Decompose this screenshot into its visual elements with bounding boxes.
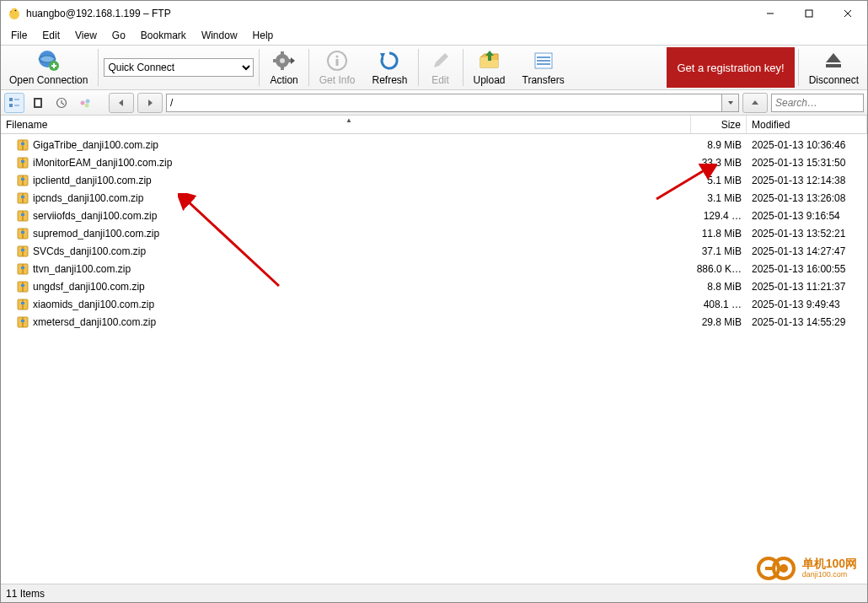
svg-rect-70 [21,320,24,322]
file-row[interactable]: supremod_danji100.com.zip11.8 MiB2025-01… [1,224,867,242]
path-input[interactable] [166,94,722,112]
svg-rect-40 [21,143,24,145]
file-row[interactable]: ttvn_danji100.com.zip886.0 K…2025-01-13 … [1,260,867,277]
file-modified: 2025-01-13 14:27:47 [747,245,867,257]
file-name: SVCds_danji100.com.zip [33,245,691,257]
upload-button[interactable]: Upload [465,46,514,89]
transfers-icon [532,49,555,73]
close-button[interactable] [828,1,867,26]
svg-rect-25 [9,104,13,107]
file-row[interactable]: iMonitorEAM_danji100.com.zip33.3 MiB2025… [1,153,867,171]
svg-rect-43 [21,160,24,163]
svg-rect-4 [806,10,812,17]
nav-up-button[interactable] [742,93,768,113]
svg-rect-52 [21,213,24,216]
watermark-logo-icon [757,555,797,582]
zip-file-icon [16,280,29,293]
path-dropdown-button[interactable] [722,94,739,112]
file-modified: 2025-01-13 13:26:08 [747,192,867,204]
file-row[interactable]: SVCds_danji100.com.zip37.1 MiB2025-01-13… [1,242,867,260]
nav-bar [1,90,867,116]
minimize-button[interactable] [751,1,790,26]
svg-rect-12 [281,51,284,56]
search-input[interactable] [775,97,868,109]
menu-go[interactable]: Go [105,28,132,43]
column-filename[interactable]: Filename ▲ [1,116,691,133]
svg-rect-49 [21,196,24,198]
window-title: huangbo@192.168.1.199 – FTP [26,8,751,19]
zip-file-icon [16,315,29,329]
edit-button[interactable]: Edit [421,46,461,89]
edit-label: Edit [431,74,449,86]
zip-file-icon [16,298,29,311]
menu-help[interactable]: Help [246,28,281,43]
nav-back-button[interactable] [109,93,134,113]
file-row[interactable]: ipclientd_danji100.com.zip5.1 MiB2025-01… [1,171,867,189]
file-name: xiaomids_danji100.com.zip [33,299,691,310]
column-size[interactable]: Size [691,116,747,133]
disconnect-button[interactable]: Disconnect [801,46,867,89]
upload-icon [478,49,501,73]
registration-key-button[interactable]: Get a registration key! [667,47,794,88]
svg-point-11 [280,58,285,63]
file-row[interactable]: serviiofds_danji100.com.zip129.4 …2025-0… [1,207,867,224]
menu-edit[interactable]: Edit [35,28,67,43]
file-row[interactable]: GigaTribe_danji100.com.zip8.9 MiB2025-01… [1,136,867,153]
file-name: iMonitorEAM_danji100.com.zip [33,157,691,169]
file-modified: 2025-01-13 15:31:50 [747,157,867,169]
view-bonjour-button[interactable] [75,93,95,113]
file-size: 37.1 MiB [691,245,747,257]
svg-rect-67 [21,302,24,304]
file-list[interactable]: GigaTribe_danji100.com.zip8.9 MiB2025-01… [1,134,867,576]
quick-connect-select[interactable]: Quick Connect [104,58,254,77]
view-bookmarks-button[interactable] [28,93,48,113]
action-label: Action [270,74,297,86]
column-header-row: Filename ▲ Size Modified [1,116,867,134]
file-name: ipcnds_danji100.com.zip [33,192,691,204]
toolbar-separator [308,49,309,86]
svg-rect-24 [9,98,13,101]
file-name: GigaTribe_danji100.com.zip [33,139,691,151]
svg-point-73 [780,564,788,573]
file-size: 129.4 … [691,210,747,222]
globe-icon [37,49,61,73]
file-name: supremod_danji100.com.zip [33,228,691,240]
file-row[interactable]: ungdsf_danji100.com.zip8.8 MiB2025-01-13… [1,277,867,295]
refresh-button[interactable]: Refresh [363,46,415,89]
transfers-label: Transfers [522,74,565,86]
file-size: 29.8 MiB [691,316,747,328]
svg-rect-13 [281,66,284,70]
view-history-button[interactable] [51,93,72,113]
transfers-button[interactable]: Transfers [514,46,573,89]
open-connection-label: Open Connection [9,74,88,86]
file-row[interactable]: ipcnds_danji100.com.zip3.1 MiB2025-01-13… [1,189,867,207]
search-box[interactable] [771,94,864,112]
file-size: 408.1 … [691,299,747,310]
quick-connect-combo[interactable]: Quick Connect [100,46,257,89]
zip-file-icon [16,174,29,187]
menu-view[interactable]: View [68,28,104,43]
zip-file-icon [16,191,29,205]
app-icon [8,7,21,20]
file-row[interactable]: xmetersd_danji100.com.zip29.8 MiB2025-01… [1,313,867,331]
eject-icon [822,49,845,73]
menu-bookmark[interactable]: Bookmark [134,28,193,43]
sort-indicator-icon: ▲ [346,116,352,124]
menu-file[interactable]: File [4,28,34,43]
svg-rect-55 [21,231,24,234]
gear-icon [272,49,296,73]
get-info-button[interactable]: Get Info [311,46,364,89]
open-connection-button[interactable]: Open Connection [1,46,96,89]
file-size: 3.1 MiB [691,192,747,204]
action-button[interactable]: Action [261,46,306,89]
column-modified[interactable]: Modified [747,116,867,133]
toolbar: Open Connection Quick Connect Action Get… [1,45,867,90]
view-tree-button[interactable] [4,93,24,113]
svg-rect-46 [21,178,24,180]
file-row[interactable]: xiaomids_danji100.com.zip408.1 …2025-01-… [1,295,867,313]
nav-forward-button[interactable] [137,93,163,113]
menu-window[interactable]: Window [195,28,244,43]
file-name: xmetersd_danji100.com.zip [33,316,691,328]
maximize-button[interactable] [790,1,828,26]
watermark-line2: danji100.com [802,571,857,579]
